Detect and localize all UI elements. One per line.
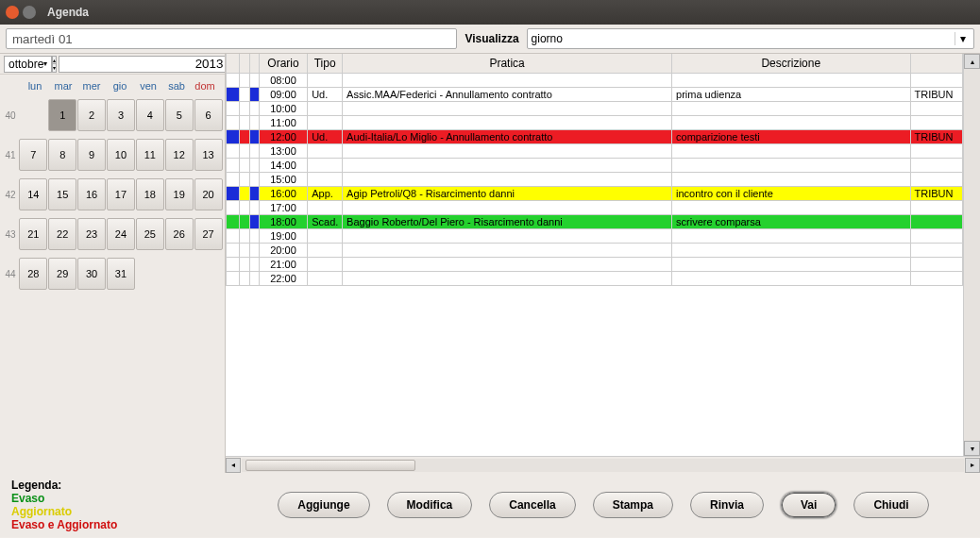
cell: TRIBUN [910,129,962,143]
col-orario[interactable]: Orario [259,54,307,73]
agenda-row[interactable]: 19:00 [227,228,963,243]
toolbar: Visualizza giorno ▾ [0,25,980,54]
date-input[interactable] [6,28,457,49]
row-marker [240,87,249,101]
cal-day[interactable]: 25 [136,218,164,250]
cell: scrivere comparsa [672,214,910,228]
cal-dayhead: lun [21,80,49,92]
cell [343,271,672,285]
row-marker [240,158,249,172]
col-pratica[interactable]: Pratica [343,54,672,73]
cal-day[interactable]: 12 [165,139,194,171]
cal-day[interactable]: 10 [107,139,135,171]
row-marker [227,271,240,285]
agenda-row[interactable]: 15:00 [227,172,963,186]
agenda-row[interactable]: 18:00Scad.Baggio Roberto/Del Piero - Ris… [227,214,963,228]
bottom-bar: Legenda: Evaso Aggiornato Evaso e Aggior… [0,473,980,537]
cal-day[interactable]: 2 [77,99,106,131]
cal-day[interactable]: 24 [107,218,135,250]
agenda-row[interactable]: 16:00App.Agip Petroli/Q8 - Risarcimento … [227,186,963,200]
cell [308,200,343,214]
col-descrizione[interactable]: Descrizione [672,54,910,73]
cal-day[interactable]: 5 [165,99,194,131]
cal-day[interactable]: 20 [194,178,223,210]
chiudi-button[interactable]: Chiudi [853,492,928,518]
stampa-button[interactable]: Stampa [593,492,673,518]
scroll-down-icon[interactable]: ▾ [964,441,980,456]
cell [308,73,343,87]
cal-day[interactable]: 26 [165,218,194,250]
cal-day[interactable]: 8 [48,139,76,171]
scroll-left-icon[interactable]: ◂ [226,458,241,473]
agenda-row[interactable]: 11:00 [227,115,963,129]
agenda-row[interactable]: 10:00 [227,101,963,115]
cal-day[interactable]: 3 [107,99,135,131]
month-spinner[interactable]: ▴▾ [52,56,57,73]
cal-day[interactable]: 17 [107,178,135,210]
cal-day[interactable]: 31 [107,258,135,290]
cal-day[interactable]: 19 [165,178,194,210]
cell: Baggio Roberto/Del Piero - Risarcimento … [343,214,672,228]
cell [910,115,962,129]
agenda-row[interactable]: 13:00 [227,143,963,158]
cal-day[interactable]: 16 [77,178,106,210]
month-select[interactable]: ottobre ▾ [4,56,52,73]
cal-day[interactable]: 14 [19,178,47,210]
cell: 12:00 [259,129,307,143]
horizontal-scrollbar[interactable]: ◂ ▸ [226,456,980,473]
agenda-row[interactable]: 09:00Ud.Assic.MAA/Federici - Annullament… [227,87,963,101]
cal-day[interactable]: 22 [48,218,76,250]
agenda-row[interactable]: 14:00 [227,158,963,172]
minimize-icon[interactable] [23,6,36,19]
scroll-up-icon[interactable]: ▴ [964,54,980,69]
rinvia-button[interactable]: Rinvia [690,492,764,518]
agenda-row[interactable]: 22:00 [227,271,963,285]
cal-day[interactable]: 21 [19,218,47,250]
row-marker [227,115,240,129]
row-marker [240,214,249,228]
cal-day[interactable]: 30 [77,258,106,290]
row-marker [249,257,259,271]
cell [308,158,343,172]
cal-day[interactable]: 29 [48,258,76,290]
col-tipo[interactable]: Tipo [308,54,343,73]
cell [672,73,910,87]
modifica-button[interactable]: Modifica [387,492,473,518]
agenda-row[interactable]: 17:00 [227,200,963,214]
cell [910,271,962,285]
row-marker [227,243,240,257]
agenda-row[interactable]: 12:00Ud.Audi-Italia/Lo Miglio - Annullam… [227,129,963,143]
close-icon[interactable] [6,6,19,19]
cal-day[interactable]: 28 [19,258,47,290]
cal-day[interactable]: 6 [194,99,223,131]
cal-day[interactable]: 11 [136,139,164,171]
agenda-row[interactable]: 21:00 [227,257,963,271]
row-marker [240,271,249,285]
cal-day[interactable]: 7 [19,139,47,171]
vertical-scrollbar[interactable]: ▴ ▾ [963,54,980,456]
vai-button[interactable]: Vai [781,492,836,518]
cell [343,172,672,186]
cal-day[interactable]: 23 [77,218,106,250]
cal-day[interactable]: 13 [194,139,223,171]
cal-day[interactable]: 27 [194,218,223,250]
cal-day[interactable]: 15 [48,178,76,210]
scroll-right-icon[interactable]: ▸ [965,458,980,473]
col-extra[interactable] [910,54,962,73]
visualizza-select[interactable]: giorno ▾ [527,28,974,49]
row-marker [249,129,259,143]
year-input[interactable] [59,56,228,73]
agenda-row[interactable]: 08:00 [227,73,963,87]
cal-day[interactable]: 9 [77,139,106,171]
cancella-button[interactable]: Cancella [489,492,575,518]
cal-day[interactable]: 4 [136,99,164,131]
row-marker [240,129,249,143]
cal-day[interactable]: 1 [48,99,76,131]
agenda-row[interactable]: 20:00 [227,243,963,257]
cell [910,73,962,87]
row-marker [227,101,240,115]
row-marker [227,73,240,87]
aggiunge-button[interactable]: Aggiunge [278,492,369,518]
cell [672,200,910,214]
cal-day[interactable]: 18 [136,178,164,210]
